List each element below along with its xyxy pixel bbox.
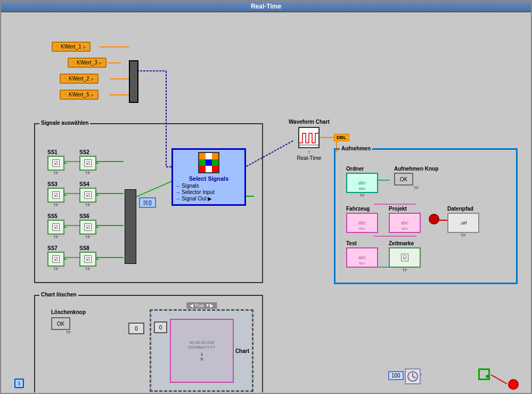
dbl-badge: DBL bbox=[334, 134, 349, 141]
ss3-control[interactable]: ☑ bbox=[47, 188, 64, 203]
chart-loeschen-group: Chart löschen Löschenknop OK TF 0 ◀ True… bbox=[34, 295, 263, 392]
svg-line-21 bbox=[491, 375, 507, 384]
datenpfad-section: Datenpfad .url TF bbox=[447, 206, 479, 238]
port-signal-out: → Signal Out ▶ bbox=[175, 196, 242, 202]
projekt-label: Projekt bbox=[389, 206, 421, 212]
aufnehmen-knop-label: Aufnehmen Knop bbox=[394, 166, 438, 172]
zeitmarke-label: Zeitmarke bbox=[389, 240, 421, 246]
ss7-control[interactable]: ☑ bbox=[47, 252, 64, 267]
ss3-label: SS3 bbox=[47, 181, 64, 187]
kwert-1-arrow bbox=[83, 44, 86, 50]
aufnehmen-ok-btn[interactable]: OK bbox=[394, 173, 413, 186]
fahrzeug-section: Fahrzeug abc abc bbox=[346, 206, 378, 233]
datenpfad-label: Datenpfad bbox=[447, 206, 479, 212]
ss4-label: SS4 bbox=[79, 181, 96, 187]
waveform-chart: Waveform Chart ↑Real-Time bbox=[289, 119, 330, 161]
loeschen-ok-btn[interactable]: OK bbox=[51, 317, 70, 330]
waveform-icon bbox=[298, 127, 320, 148]
port-signals: → Signals bbox=[175, 183, 242, 189]
ss1-control[interactable]: ☑ bbox=[47, 156, 64, 171]
num-display: 0 bbox=[128, 323, 144, 334]
timer-icon bbox=[405, 368, 421, 384]
case-tab[interactable]: ◀ True ▼▶ bbox=[186, 302, 217, 309]
aufnehmen-knop-section: Aufnehmen Knop OK TF bbox=[394, 166, 438, 190]
fahrzeug-label: Fahrzeug bbox=[346, 206, 378, 212]
select-signals-icon bbox=[198, 152, 219, 173]
port-selector: → Selector Input bbox=[175, 189, 242, 195]
aufnehmen-group: Aufnehmen Ordner abc abc TF Aufnehmen Kn… bbox=[334, 148, 518, 284]
num-constant: 100 bbox=[388, 371, 404, 380]
loop-border bbox=[478, 368, 490, 380]
time-display: 00:00:00,000 DD/MM/YYYY 1 0 bbox=[170, 319, 234, 383]
ordner-label: Ordner bbox=[346, 166, 378, 172]
kwert-icon-1: ⌂ bbox=[56, 44, 59, 50]
ss2-item: SS2 ☑ TF bbox=[79, 149, 96, 175]
ss4-item: SS4 ☑ TF bbox=[79, 181, 96, 207]
fahrzeug-control[interactable]: abc abc bbox=[346, 213, 378, 233]
timer-svg bbox=[407, 371, 419, 382]
ordner-section: Ordner abc abc TF bbox=[346, 166, 378, 198]
signale-group-label: Signale auswählen bbox=[39, 120, 90, 126]
red-indicator bbox=[429, 214, 439, 224]
merge-block bbox=[129, 60, 138, 103]
waveform-title: Waveform Chart bbox=[289, 119, 330, 125]
kwert-icon-3: ⌂ bbox=[72, 60, 75, 66]
kwert-5[interactable]: ⌂ KWert_5 bbox=[60, 90, 99, 100]
kwert-5-label: KWert_5 bbox=[69, 92, 89, 98]
kwert-3-label: KWert_3 bbox=[77, 60, 97, 66]
ss6-item: SS6 ☑ TF bbox=[79, 213, 96, 239]
time-format: 00:00:00,000 bbox=[190, 340, 215, 345]
waveform-svg bbox=[299, 128, 318, 147]
window-title: Real-Time bbox=[251, 3, 281, 10]
ss6-label: SS6 bbox=[79, 213, 96, 219]
loop-dot bbox=[486, 375, 489, 378]
ss8-label: SS8 bbox=[79, 245, 96, 251]
ss7-item: SS7 ☑ TF bbox=[47, 245, 64, 271]
projekt-control[interactable]: abc abc bbox=[389, 213, 421, 233]
ss6-control[interactable]: ☑ bbox=[79, 220, 96, 235]
kwert-icon-5: ⌂ bbox=[64, 92, 67, 98]
projekt-section: Projekt abc abc bbox=[389, 206, 421, 233]
case-structure: ◀ True ▼▶ 0 00:00:00,000 DD/MM/YYYY 1 0 … bbox=[150, 309, 253, 392]
loeschenknopf-label: Löschenknop bbox=[51, 309, 86, 315]
kwert-2-arrow bbox=[91, 76, 94, 82]
kwert-3-arrow bbox=[99, 60, 102, 66]
title-bar: Real-Time bbox=[1, 1, 531, 12]
waveform-rt-label: ↑Real-Time bbox=[297, 149, 322, 161]
loeschenknopf-section: Löschenknop OK TF bbox=[51, 309, 86, 335]
stop-button[interactable] bbox=[508, 379, 519, 390]
select-signals-block: Select Signals → Signals → Selector Inpu… bbox=[171, 148, 246, 206]
kwert-3[interactable]: ⌂ KWert_3 bbox=[68, 58, 107, 68]
select-signals-title: Select Signals bbox=[175, 175, 242, 182]
zeitmarke-control[interactable]: ☑ bbox=[389, 247, 421, 268]
chart-label: Chart bbox=[235, 348, 249, 353]
kwert-5-arrow bbox=[91, 92, 94, 98]
main-window: Real-Time bbox=[0, 0, 532, 394]
test-section: Test abc abc bbox=[346, 240, 378, 268]
ss7-label: SS7 bbox=[47, 245, 64, 251]
svg-line-31 bbox=[413, 376, 415, 378]
ss5-label: SS5 bbox=[47, 213, 64, 219]
connector-block bbox=[125, 189, 136, 264]
ss2-label: SS2 bbox=[79, 149, 96, 155]
kwert-icon-2: ⌂ bbox=[64, 76, 67, 82]
datenpfad-control[interactable]: .url bbox=[447, 213, 479, 233]
ss5-control[interactable]: ☑ bbox=[47, 220, 64, 235]
ss3-item: SS3 ☑ TF bbox=[47, 181, 64, 207]
test-label: Test bbox=[346, 240, 378, 246]
ss5-item: SS5 ☑ TF bbox=[47, 213, 64, 239]
test-control[interactable]: abc abc bbox=[346, 247, 378, 268]
kwert-2-label: KWert_2 bbox=[69, 76, 89, 82]
ss1-item: SS1 ☑ TF bbox=[47, 149, 64, 175]
kwert-1[interactable]: ⌂ KWert_1 bbox=[52, 42, 91, 52]
ss4-control[interactable]: ☑ bbox=[79, 188, 96, 203]
zeitmarke-section: Zeitmarke ☑ TF bbox=[389, 240, 421, 272]
iter-display: [I]:[] bbox=[139, 197, 156, 208]
canvas: ⌂ KWert_1 ⌂ KWert_3 ⌂ KWert_2 ⌂ KWert_5 … bbox=[1, 12, 531, 392]
inner-num: 0 bbox=[154, 321, 167, 333]
ss8-control[interactable]: ☑ bbox=[79, 252, 96, 267]
kwert-2[interactable]: ⌂ KWert_2 bbox=[60, 74, 99, 84]
ordner-control[interactable]: abc abc bbox=[346, 173, 378, 193]
ss8-item: SS8 ☑ TF bbox=[79, 245, 96, 271]
ss2-control[interactable]: ☑ bbox=[79, 156, 96, 171]
